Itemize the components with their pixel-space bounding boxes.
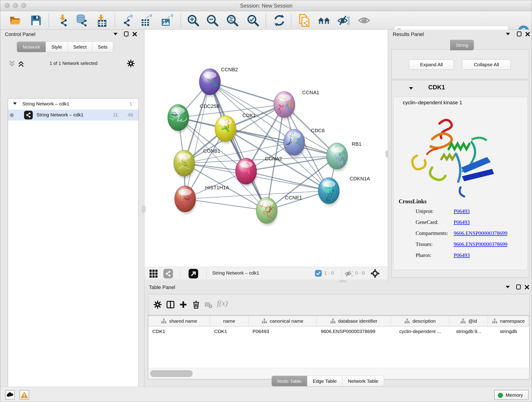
tab-network-table[interactable]: Network Table [342, 376, 384, 386]
crosslink-link[interactable]: P06493 [454, 252, 470, 258]
crosslink-link[interactable]: 9606.ENSP00000378699 [454, 230, 507, 236]
network-collection-row[interactable]: String Network – cdk1 1 [8, 99, 138, 109]
table-cell[interactable]: CDK1 [148, 326, 210, 337]
float-panel-icon[interactable] [114, 33, 118, 35]
hide-selected-button[interactable] [337, 14, 350, 27]
protein-collapse-icon[interactable] [409, 87, 413, 89]
table-cell[interactable]: P06493 [248, 326, 317, 337]
memory-button[interactable]: Memory [494, 390, 529, 400]
tab-network[interactable]: Network [17, 41, 46, 52]
first-neighbors-button[interactable] [317, 14, 330, 27]
close-panel-icon[interactable] [132, 32, 137, 37]
show-columns-icon[interactable] [166, 300, 175, 309]
tab-sets[interactable]: Sets [92, 41, 113, 52]
import-network-from-database-button[interactable] [75, 14, 88, 27]
table-cell[interactable]: CDK1 [210, 326, 248, 337]
network-node-CCNA1[interactable]: CCNA1 [274, 89, 319, 120]
zoom-out-button[interactable] [206, 14, 219, 27]
column-header-canonical-name[interactable]: canonical name [248, 316, 317, 326]
expand-all-button[interactable]: Expand All [409, 60, 454, 70]
import-network-button[interactable] [56, 14, 69, 27]
network-edge[interactable] [185, 82, 210, 199]
network-edge[interactable] [185, 199, 267, 211]
table-panel: Table Panel f(x) shared namenamecanonica… [144, 283, 532, 387]
network-node-CDC25B[interactable]: CDC25B [159, 103, 220, 133]
tab-string[interactable]: String [450, 40, 474, 51]
collapse-all-button[interactable]: Collapse All [462, 60, 511, 70]
close-panel-icon[interactable] [525, 32, 530, 37]
network-node-CDK1[interactable]: CDK1 [213, 113, 256, 144]
close-panel-icon[interactable] [525, 285, 530, 290]
column-type-icon [460, 318, 466, 324]
left-splitter-handle[interactable] [142, 206, 146, 212]
network-options-gear-icon[interactable] [127, 59, 135, 68]
network-edge[interactable] [246, 171, 329, 191]
tab-edge-table[interactable]: Edge Table [307, 376, 342, 386]
delete-column-icon[interactable] [192, 300, 201, 309]
pan-tool-icon[interactable] [370, 268, 380, 279]
memory-status-dot [498, 393, 503, 398]
network-edge[interactable] [210, 82, 267, 211]
string-view-icon[interactable] [163, 269, 173, 279]
export-image-button[interactable] [161, 14, 173, 27]
crosslink-link[interactable]: P06493 [454, 219, 470, 225]
table-cell[interactable]: stringdb:9... [449, 326, 488, 337]
network-node-label: CDK1 [242, 113, 256, 118]
maximize-panel-icon[interactable] [124, 32, 128, 36]
tab-select[interactable]: Select [68, 41, 92, 52]
network-canvas[interactable]: CCNB2CCNA1CDC25BCDK1CDC6RB1CCNB1CCNA2CDK… [144, 30, 388, 267]
network-node-RB1[interactable]: RB1 [326, 141, 361, 171]
column-header-database-identifier[interactable]: database identifier [317, 316, 391, 326]
crosslink-link[interactable]: 9606.ENSP00000378699 [454, 241, 507, 247]
column-header-id[interactable]: @id [449, 316, 488, 326]
open-session-button[interactable] [9, 14, 22, 27]
collapse-all-icon[interactable] [8, 60, 15, 67]
duplicate-network-button[interactable] [298, 14, 310, 27]
create-column-icon[interactable] [179, 300, 188, 309]
import-table-button[interactable] [95, 14, 108, 27]
export-network-button[interactable] [121, 14, 134, 27]
network-edge[interactable] [210, 82, 284, 104]
selected-nodes-checkbox[interactable] [315, 270, 322, 277]
export-table-button[interactable] [140, 14, 153, 27]
table-cell[interactable]: 9606.ENSP00000378699 [317, 326, 391, 337]
maximize-panel-icon[interactable] [516, 284, 521, 289]
network-row-selected[interactable]: String Network – cdk1 11 48 [8, 109, 138, 121]
crosslink-link[interactable]: P06493 [454, 208, 470, 214]
expand-all-icon[interactable] [18, 60, 25, 67]
scrollbar-thumb[interactable] [150, 370, 193, 377]
column-header-shared-name[interactable]: shared name [148, 316, 210, 326]
network-node-CCNE1[interactable]: CCNE1 [253, 195, 302, 225]
zoom-selected-button[interactable] [247, 14, 259, 27]
birds-eye-view-icon[interactable] [149, 269, 158, 278]
collection-expand-icon[interactable] [13, 102, 17, 105]
column-header-label: @id [468, 318, 477, 324]
column-header-name[interactable]: name [210, 316, 248, 326]
tab-style[interactable]: Style [46, 41, 68, 52]
detach-view-icon[interactable] [189, 269, 198, 279]
crosslink-label: GeneCard: [416, 219, 438, 225]
maximize-panel-icon[interactable] [517, 32, 521, 36]
show-all-button[interactable] [358, 14, 370, 27]
network-node-label: CCNA2 [265, 156, 282, 162]
network-node-CCNB2[interactable]: CCNB2 [199, 64, 238, 97]
column-header-namespace[interactable]: namespace [488, 316, 529, 326]
column-header-description[interactable]: description [391, 316, 449, 326]
table-options-gear-icon[interactable] [153, 300, 162, 309]
tab-node-table[interactable]: Node Table [272, 376, 307, 386]
network-view-toolbar: String Network – cdk1 1 - 0 0 - 0 [144, 267, 388, 279]
table-cell[interactable]: cyclin-dependent ... [391, 326, 449, 337]
network-node-CDKN1A[interactable]: CDKN1A [318, 176, 370, 206]
save-session-button[interactable] [30, 14, 42, 27]
warning-button[interactable] [19, 390, 29, 400]
float-panel-icon[interactable] [506, 33, 510, 35]
float-panel-icon[interactable] [506, 286, 510, 288]
cloud-button[interactable] [5, 390, 15, 400]
table-cell[interactable]: stringdb [488, 326, 529, 337]
network-node-HIST1H1A[interactable]: HIST1H1A [170, 185, 229, 214]
apply-layout-button[interactable] [273, 14, 286, 27]
zoom-in-button[interactable] [187, 14, 200, 27]
window-title: Session: New Session [0, 3, 532, 9]
zoom-fit-button[interactable] [226, 14, 239, 27]
network-node-CDC6[interactable]: CDC6 [284, 128, 325, 157]
